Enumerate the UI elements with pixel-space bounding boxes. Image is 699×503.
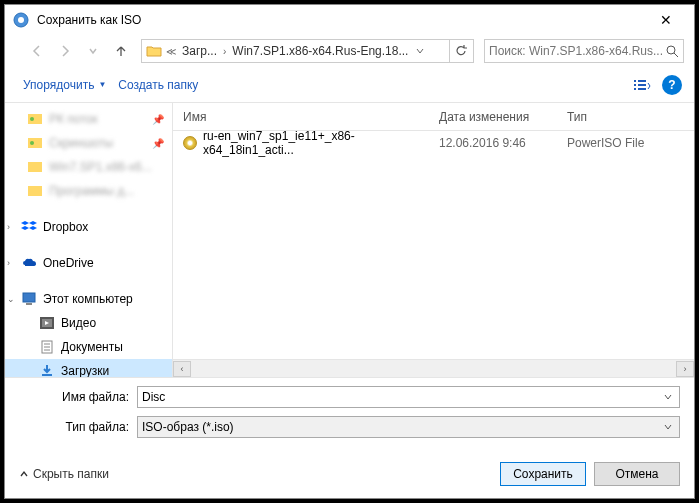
- view-options-button[interactable]: [628, 71, 656, 99]
- svg-rect-15: [28, 186, 42, 196]
- sidebar-item-documents[interactable]: Документы: [5, 335, 172, 359]
- nav-recent-dropdown[interactable]: [81, 39, 105, 63]
- navbar: ≪ Загр... › Win7.SP1.x86-x64.Rus-Eng.18.…: [5, 35, 694, 67]
- downloads-icon: [39, 363, 55, 377]
- file-row[interactable]: ru-en_win7_sp1_ie11+_x86-x64_18in1_acti.…: [173, 131, 694, 155]
- filetype-value: ISO-образ (*.iso): [142, 420, 661, 434]
- cancel-button[interactable]: Отмена: [594, 462, 680, 486]
- computer-icon: [21, 291, 37, 307]
- filename-input[interactable]: [142, 390, 661, 404]
- collapse-icon[interactable]: ⌄: [7, 294, 15, 304]
- file-list[interactable]: ru-en_win7_sp1_ie11+_x86-x64_18in1_acti.…: [173, 131, 694, 359]
- sidebar-item-downloads[interactable]: Загрузки: [5, 359, 172, 377]
- expand-icon[interactable]: ›: [7, 258, 10, 268]
- breadcrumb-current[interactable]: Win7.SP1.x86-x64.Rus-Eng.18...: [228, 44, 412, 58]
- column-date[interactable]: Дата изменения: [429, 110, 557, 124]
- horizontal-scrollbar[interactable]: ‹ ›: [173, 359, 694, 377]
- footer: Скрыть папки Сохранить Отмена: [5, 450, 694, 498]
- svg-point-11: [30, 117, 34, 121]
- save-button[interactable]: Сохранить: [500, 462, 586, 486]
- toolbar: Упорядочить ▼ Создать папку ?: [5, 67, 694, 103]
- window-title: Сохранить как ISO: [37, 13, 646, 27]
- file-pane: Имя Дата изменения Тип ru-en_win7_sp1_ie…: [173, 103, 694, 377]
- sidebar-pinned-item[interactable]: Win7.SP1.x86-x6...: [5, 155, 172, 179]
- close-button[interactable]: ✕: [646, 12, 686, 28]
- disc-icon: [183, 136, 197, 150]
- sidebar-item-onedrive[interactable]: ›OneDrive: [5, 251, 172, 275]
- column-headers: Имя Дата изменения Тип: [173, 103, 694, 131]
- svg-rect-16: [23, 293, 35, 302]
- search-input[interactable]: [489, 44, 666, 58]
- pin-icon: 📌: [152, 138, 164, 149]
- search-icon[interactable]: [666, 45, 679, 58]
- video-icon: [39, 315, 55, 331]
- svg-point-2: [667, 46, 675, 54]
- sidebar-pinned-item[interactable]: РК поток📌: [5, 107, 172, 131]
- svg-rect-14: [28, 162, 42, 172]
- nav-forward-button[interactable]: [53, 39, 77, 63]
- filename-field[interactable]: [137, 386, 680, 408]
- help-button[interactable]: ?: [662, 75, 682, 95]
- save-dialog: Сохранить как ISO ✕ ≪ Загр... › Win7.SP1…: [4, 4, 695, 499]
- svg-line-3: [674, 53, 678, 57]
- filename-dropdown[interactable]: [661, 393, 675, 401]
- documents-icon: [39, 339, 55, 355]
- column-type[interactable]: Тип: [557, 110, 694, 124]
- chevron-right-icon: ›: [221, 46, 228, 57]
- breadcrumb-dropdown[interactable]: [412, 47, 428, 55]
- svg-rect-7: [638, 84, 646, 86]
- chevron-right-icon: ≪: [164, 46, 178, 57]
- titlebar: Сохранить как ISO ✕: [5, 5, 694, 35]
- folder-icon: [27, 183, 43, 199]
- dropbox-icon: [21, 219, 37, 235]
- scroll-right-button[interactable]: ›: [676, 361, 694, 377]
- filetype-field[interactable]: ISO-образ (*.iso): [137, 416, 680, 438]
- svg-point-1: [18, 17, 24, 23]
- dialog-body: РК поток📌 Скриншоты📌 Win7.SP1.x86-x6... …: [5, 103, 694, 377]
- chevron-down-icon: ▼: [98, 80, 106, 89]
- filetype-dropdown[interactable]: [661, 423, 675, 431]
- sidebar-item-videos[interactable]: Видео: [5, 311, 172, 335]
- organize-button[interactable]: Упорядочить ▼: [17, 74, 112, 96]
- new-folder-button[interactable]: Создать папку: [112, 74, 204, 96]
- scroll-left-button[interactable]: ‹: [173, 361, 191, 377]
- breadcrumb-parent[interactable]: Загр...: [178, 44, 221, 58]
- refresh-button[interactable]: [449, 40, 471, 62]
- form-area: Имя файла: Тип файла: ISO-образ (*.iso): [5, 377, 694, 450]
- svg-rect-17: [26, 303, 32, 305]
- file-name: ru-en_win7_sp1_ie11+_x86-x64_18in1_acti.…: [203, 131, 429, 157]
- sidebar-item-thispc[interactable]: ⌄Этот компьютер: [5, 287, 172, 311]
- search-box[interactable]: [484, 39, 684, 63]
- hide-folders-label: Скрыть папки: [33, 467, 109, 481]
- chevron-up-icon: [19, 469, 29, 479]
- svg-rect-6: [634, 84, 636, 86]
- expand-icon[interactable]: ›: [7, 222, 10, 232]
- new-folder-label: Создать папку: [118, 78, 198, 92]
- nav-up-button[interactable]: [109, 39, 133, 63]
- folder-icon: [27, 135, 43, 151]
- hide-folders-button[interactable]: Скрыть папки: [19, 467, 109, 481]
- sidebar-pinned-item[interactable]: Скриншоты📌: [5, 131, 172, 155]
- app-icon: [13, 12, 29, 28]
- organize-label: Упорядочить: [23, 78, 94, 92]
- onedrive-icon: [21, 255, 37, 271]
- folder-icon: [27, 111, 43, 127]
- filename-label: Имя файла:: [19, 390, 137, 404]
- breadcrumb[interactable]: ≪ Загр... › Win7.SP1.x86-x64.Rus-Eng.18.…: [141, 39, 474, 63]
- sidebar: РК поток📌 Скриншоты📌 Win7.SP1.x86-x6... …: [5, 103, 173, 377]
- file-date: 12.06.2016 9:46: [429, 136, 557, 150]
- sidebar-item-dropbox[interactable]: ›Dropbox: [5, 215, 172, 239]
- svg-rect-9: [638, 88, 646, 90]
- pin-icon: 📌: [152, 114, 164, 125]
- nav-back-button[interactable]: [25, 39, 49, 63]
- folder-icon: [27, 159, 43, 175]
- column-name[interactable]: Имя: [173, 110, 429, 124]
- svg-point-13: [30, 141, 34, 145]
- file-type: PowerISO File: [557, 136, 694, 150]
- filetype-label: Тип файла:: [19, 420, 137, 434]
- folder-icon: [144, 41, 164, 61]
- svg-rect-4: [634, 80, 636, 82]
- svg-rect-5: [638, 80, 646, 82]
- sidebar-pinned-item[interactable]: Программы д...: [5, 179, 172, 203]
- svg-rect-8: [634, 88, 636, 90]
